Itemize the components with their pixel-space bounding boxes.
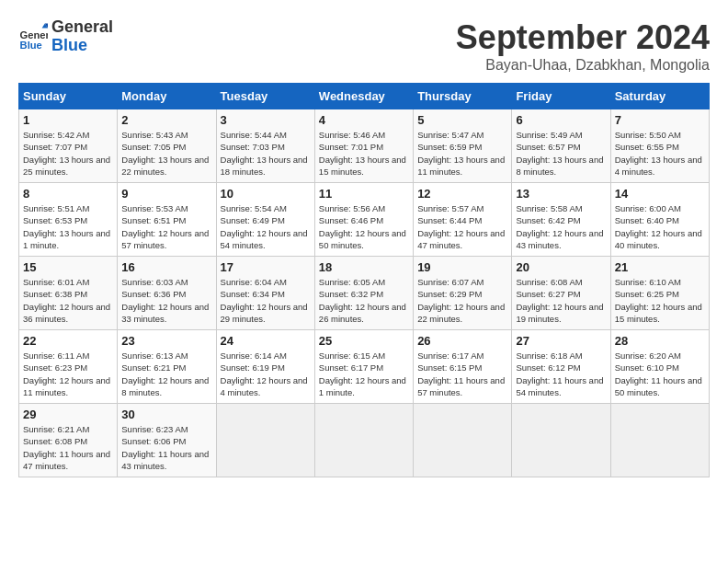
day-number: 19 [417, 260, 507, 274]
calendar-cell: 25Sunrise: 6:15 AMSunset: 6:17 PMDayligh… [314, 330, 413, 404]
subtitle: Bayan-Uhaa, Dzabkhan, Mongolia [456, 57, 710, 74]
calendar-cell: 15Sunrise: 6:01 AMSunset: 6:38 PMDayligh… [19, 257, 118, 330]
calendar-cell: 13Sunrise: 5:58 AMSunset: 6:42 PMDayligh… [512, 183, 610, 257]
calendar-cell: 6Sunrise: 5:49 AMSunset: 6:57 PMDaylight… [512, 109, 610, 183]
day-info: Sunrise: 6:00 AMSunset: 6:40 PMDaylight:… [615, 202, 705, 251]
calendar-cell [414, 404, 512, 477]
calendar-cell [512, 404, 610, 477]
day-number: 28 [615, 334, 705, 348]
day-info: Sunrise: 6:04 AMSunset: 6:34 PMDaylight:… [221, 276, 311, 325]
calendar-cell: 20Sunrise: 6:08 AMSunset: 6:27 PMDayligh… [512, 257, 610, 330]
day-info: Sunrise: 5:46 AMSunset: 7:01 PMDaylight:… [319, 129, 409, 178]
day-info: Sunrise: 5:58 AMSunset: 6:42 PMDaylight:… [516, 202, 606, 251]
week-row-2: 8Sunrise: 5:51 AMSunset: 6:53 PMDaylight… [19, 183, 710, 257]
day-number: 24 [221, 334, 311, 348]
day-info: Sunrise: 5:47 AMSunset: 6:59 PMDaylight:… [417, 129, 507, 178]
calendar-cell: 24Sunrise: 6:14 AMSunset: 6:19 PMDayligh… [216, 330, 314, 404]
calendar-cell: 12Sunrise: 5:57 AMSunset: 6:44 PMDayligh… [414, 183, 512, 257]
calendar-cell: 22Sunrise: 6:11 AMSunset: 6:23 PMDayligh… [19, 330, 118, 404]
day-info: Sunrise: 5:42 AMSunset: 7:07 PMDaylight:… [23, 129, 113, 178]
day-number: 14 [615, 187, 705, 201]
day-number: 16 [121, 260, 211, 274]
day-info: Sunrise: 6:14 AMSunset: 6:19 PMDaylight:… [221, 350, 311, 398]
day-number: 6 [516, 113, 606, 127]
header-wednesday: Wednesday [314, 84, 413, 109]
header-sunday: Sunday [19, 84, 118, 109]
day-number: 27 [516, 334, 606, 348]
calendar-cell [216, 404, 314, 477]
day-info: Sunrise: 5:51 AMSunset: 6:53 PMDaylight:… [23, 202, 113, 251]
day-number: 5 [417, 113, 507, 127]
calendar-cell: 16Sunrise: 6:03 AMSunset: 6:36 PMDayligh… [118, 257, 216, 330]
day-info: Sunrise: 6:08 AMSunset: 6:27 PMDaylight:… [516, 276, 606, 325]
calendar-cell [314, 404, 413, 477]
week-row-4: 22Sunrise: 6:11 AMSunset: 6:23 PMDayligh… [19, 330, 710, 404]
week-row-1: 1Sunrise: 5:42 AMSunset: 7:07 PMDaylight… [19, 109, 710, 183]
calendar-cell: 21Sunrise: 6:10 AMSunset: 6:25 PMDayligh… [610, 257, 709, 330]
day-number: 13 [516, 187, 606, 201]
header: General Blue General Blue September 2024… [18, 18, 710, 74]
calendar-cell: 5Sunrise: 5:47 AMSunset: 6:59 PMDaylight… [414, 109, 512, 183]
week-row-3: 15Sunrise: 6:01 AMSunset: 6:38 PMDayligh… [19, 257, 710, 330]
day-info: Sunrise: 6:03 AMSunset: 6:36 PMDaylight:… [121, 276, 211, 325]
calendar-cell: 23Sunrise: 6:13 AMSunset: 6:21 PMDayligh… [118, 330, 216, 404]
day-number: 21 [615, 260, 705, 274]
calendar-body: 1Sunrise: 5:42 AMSunset: 7:07 PMDaylight… [19, 109, 710, 477]
calendar-cell: 2Sunrise: 5:43 AMSunset: 7:05 PMDaylight… [118, 109, 216, 183]
day-info: Sunrise: 6:11 AMSunset: 6:23 PMDaylight:… [23, 350, 113, 398]
calendar-cell: 3Sunrise: 5:44 AMSunset: 7:03 PMDaylight… [216, 109, 314, 183]
logo-general-text: General [51, 18, 113, 37]
header-saturday: Saturday [610, 84, 709, 109]
calendar-cell: 9Sunrise: 5:53 AMSunset: 6:51 PMDaylight… [118, 183, 216, 257]
day-info: Sunrise: 6:05 AMSunset: 6:32 PMDaylight:… [319, 276, 409, 325]
day-info: Sunrise: 5:43 AMSunset: 7:05 PMDaylight:… [121, 129, 211, 178]
day-info: Sunrise: 6:23 AMSunset: 6:06 PMDaylight:… [121, 423, 211, 472]
calendar-cell: 4Sunrise: 5:46 AMSunset: 7:01 PMDaylight… [314, 109, 413, 183]
header-tuesday: Tuesday [216, 84, 314, 109]
day-number: 7 [615, 113, 705, 127]
day-number: 29 [23, 408, 113, 421]
calendar-cell: 19Sunrise: 6:07 AMSunset: 6:29 PMDayligh… [414, 257, 512, 330]
day-number: 11 [319, 187, 409, 201]
header-thursday: Thursday [414, 84, 512, 109]
day-info: Sunrise: 6:18 AMSunset: 6:12 PMDaylight:… [516, 350, 606, 398]
day-number: 3 [221, 113, 311, 127]
day-number: 20 [516, 260, 606, 274]
day-number: 25 [319, 334, 409, 348]
day-info: Sunrise: 5:44 AMSunset: 7:03 PMDaylight:… [221, 129, 311, 178]
calendar-cell: 7Sunrise: 5:50 AMSunset: 6:55 PMDaylight… [610, 109, 709, 183]
day-info: Sunrise: 6:20 AMSunset: 6:10 PMDaylight:… [615, 350, 705, 398]
calendar-cell: 26Sunrise: 6:17 AMSunset: 6:15 PMDayligh… [414, 330, 512, 404]
calendar-cell: 11Sunrise: 5:56 AMSunset: 6:46 PMDayligh… [314, 183, 413, 257]
header-monday: Monday [118, 84, 216, 109]
day-number: 4 [319, 113, 409, 127]
day-number: 17 [221, 260, 311, 274]
logo-icon: General Blue [18, 22, 48, 52]
day-number: 22 [23, 334, 113, 348]
logo-blue-text: Blue [51, 37, 113, 55]
day-info: Sunrise: 5:57 AMSunset: 6:44 PMDaylight:… [417, 202, 507, 251]
day-number: 15 [23, 260, 113, 274]
day-number: 18 [319, 260, 409, 274]
logo: General Blue General Blue [18, 18, 113, 55]
title-area: September 2024 Bayan-Uhaa, Dzabkhan, Mon… [456, 18, 710, 74]
day-number: 23 [121, 334, 211, 348]
calendar-table: SundayMondayTuesdayWednesdayThursdayFrid… [18, 83, 710, 477]
day-info: Sunrise: 6:21 AMSunset: 6:08 PMDaylight:… [23, 423, 113, 472]
day-number: 30 [121, 408, 211, 421]
calendar-cell: 10Sunrise: 5:54 AMSunset: 6:49 PMDayligh… [216, 183, 314, 257]
day-info: Sunrise: 5:54 AMSunset: 6:49 PMDaylight:… [221, 202, 311, 251]
calendar-cell: 27Sunrise: 6:18 AMSunset: 6:12 PMDayligh… [512, 330, 610, 404]
days-of-week-row: SundayMondayTuesdayWednesdayThursdayFrid… [19, 84, 710, 109]
calendar-cell: 18Sunrise: 6:05 AMSunset: 6:32 PMDayligh… [314, 257, 413, 330]
calendar-cell: 1Sunrise: 5:42 AMSunset: 7:07 PMDaylight… [19, 109, 118, 183]
calendar-cell: 8Sunrise: 5:51 AMSunset: 6:53 PMDaylight… [19, 183, 118, 257]
svg-text:General: General [20, 29, 48, 40]
day-info: Sunrise: 6:17 AMSunset: 6:15 PMDaylight:… [417, 350, 507, 398]
day-info: Sunrise: 5:50 AMSunset: 6:55 PMDaylight:… [615, 129, 705, 178]
calendar-cell: 14Sunrise: 6:00 AMSunset: 6:40 PMDayligh… [610, 183, 709, 257]
logo-text: General Blue [51, 18, 113, 55]
day-info: Sunrise: 5:53 AMSunset: 6:51 PMDaylight:… [121, 202, 211, 251]
month-title: September 2024 [456, 18, 710, 57]
day-info: Sunrise: 6:10 AMSunset: 6:25 PMDaylight:… [615, 276, 705, 325]
